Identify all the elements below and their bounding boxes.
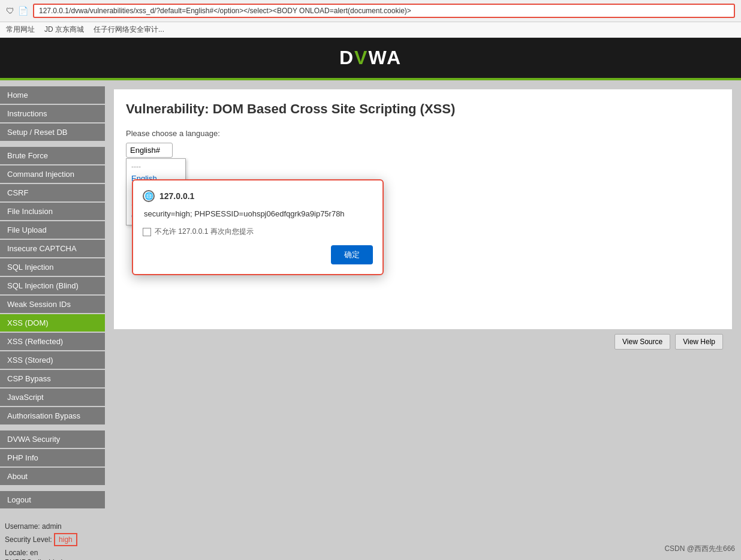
view-source-button[interactable]: View Source — [615, 334, 670, 350]
bookmark-2[interactable]: JD 京东商城 — [44, 25, 84, 35]
alert-message: security=high; PHPSESSID=uohspj06edfqgrk… — [143, 209, 373, 218]
sidebar-item-auth-bypass[interactable]: Authorisation Bypass — [0, 407, 105, 424]
sidebar-divider-3 — [0, 486, 105, 491]
browser-bar: 🛡 📄 127.0.0.1/dvwa/vulnerabilities/xss_d… — [0, 0, 741, 22]
locale-line: Locale: en — [5, 549, 100, 557]
sidebar-item-javascript[interactable]: JavaScript — [0, 389, 105, 406]
sidebar-divider-2 — [0, 426, 105, 430]
url-bar[interactable]: 127.0.0.1/dvwa/vulnerabilities/xss_d/?de… — [33, 4, 735, 18]
sidebar-item-brute-force[interactable]: Brute Force — [0, 147, 105, 164]
view-help-button[interactable]: View Help — [675, 334, 723, 350]
security-level-line: Security Level: high — [5, 533, 100, 546]
sidebar-item-insecure-captcha[interactable]: Insecure CAPTCHA — [0, 240, 105, 257]
sidebar-item-setup[interactable]: Setup / Reset DB — [0, 124, 105, 141]
page-icon: 📄 — [18, 6, 28, 16]
bottom-bar: View Source View Help — [114, 329, 732, 354]
locale-value: en — [30, 549, 38, 557]
dropdown-separator: ---- — [126, 161, 185, 172]
footer-info: Username: admin Security Level: high Loc… — [0, 517, 105, 560]
language-label: Please choose a language: — [126, 129, 720, 138]
bookmark-1[interactable]: 常用网址 — [6, 25, 35, 35]
alert-header: 🌐 127.0.0.1 — [143, 190, 373, 202]
sidebar-item-php-info[interactable]: PHP Info — [0, 449, 105, 466]
sidebar-item-file-upload[interactable]: File Upload — [0, 221, 105, 239]
content-wrapper: Home Instructions Setup / Reset DB Brute… — [0, 80, 741, 560]
alert-dialog: 🌐 127.0.0.1 security=high; PHPSESSID=uoh… — [132, 179, 384, 275]
username-label: Username: — [5, 522, 40, 531]
site-header: DVWA — [0, 38, 741, 80]
sidebar-item-instructions[interactable]: Instructions — [0, 105, 105, 122]
sidebar-item-csp-bypass[interactable]: CSP Bypass — [0, 370, 105, 387]
content-panel: Vulnerability: DOM Based Cross Site Scri… — [114, 89, 732, 329]
sidebar-item-sql-injection-blind[interactable]: SQL Injection (Blind) — [0, 277, 105, 294]
alert-footer: 确定 — [143, 245, 373, 264]
lang-select-wrapper: English# ---- English French Spanish Ger… — [126, 143, 173, 158]
sidebar-item-xss-reflected[interactable]: XSS (Reflected) — [0, 333, 105, 350]
security-level-badge: high — [54, 533, 77, 546]
alert-checkbox[interactable] — [143, 228, 151, 236]
username-line: Username: admin — [5, 522, 100, 531]
sidebar-divider-1 — [0, 142, 105, 147]
username-value: admin — [42, 522, 62, 531]
shield-icon: 🛡 — [6, 6, 14, 16]
sidebar-item-sql-injection[interactable]: SQL Injection — [0, 258, 105, 276]
alert-domain: 127.0.0.1 — [159, 191, 194, 201]
page-title: Vulnerability: DOM Based Cross Site Scri… — [126, 101, 720, 117]
watermark: CSDN @西西先生666 — [664, 544, 735, 554]
sidebar-item-xss-dom[interactable]: XSS (DOM) — [0, 314, 105, 332]
language-section: Please choose a language: English# ---- … — [126, 129, 720, 176]
sidebar-item-about[interactable]: About — [0, 468, 105, 485]
locale-label: Locale: — [5, 549, 28, 557]
sidebar-item-file-inclusion[interactable]: File Inclusion — [0, 203, 105, 220]
dvwa-logo: DVWA — [9, 47, 732, 69]
browser-icons: 🛡 📄 — [6, 6, 28, 16]
sidebar-item-weak-session-ids[interactable]: Weak Session IDs — [0, 296, 105, 313]
alert-checkbox-label: 不允许 127.0.0.1 再次向您提示 — [155, 227, 254, 237]
alert-checkbox-row: 不允许 127.0.0.1 再次向您提示 — [143, 227, 373, 237]
sidebar-item-xss-stored[interactable]: XSS (Stored) — [0, 351, 105, 369]
sidebar-item-dvwa-security[interactable]: DVWA Security — [0, 430, 105, 448]
main-content: Vulnerability: DOM Based Cross Site Scri… — [105, 80, 741, 560]
sidebar-item-command-injection[interactable]: Command Injection — [0, 165, 105, 183]
sidebar-item-logout[interactable]: Logout — [0, 491, 105, 508]
bookmark-3[interactable]: 任子行网络安全审计... — [94, 25, 164, 35]
bookmarks-bar: 常用网址 JD 京东商城 任子行网络安全审计... — [0, 22, 741, 38]
sidebar-item-home[interactable]: Home — [0, 86, 105, 104]
confirm-button[interactable]: 确定 — [331, 245, 373, 264]
language-select[interactable]: English# — [126, 143, 173, 158]
sidebar-item-csrf[interactable]: CSRF — [0, 184, 105, 201]
globe-icon: 🌐 — [143, 190, 155, 202]
security-label: Security Level: — [5, 535, 52, 544]
security-value: high — [59, 535, 73, 544]
sidebar: Home Instructions Setup / Reset DB Brute… — [0, 80, 105, 560]
